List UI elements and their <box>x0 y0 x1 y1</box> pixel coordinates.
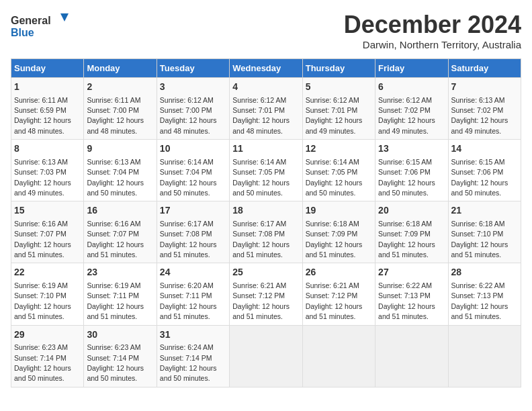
day-number: 25 <box>232 266 299 279</box>
day-number: 7 <box>451 81 518 94</box>
calendar-cell: 8Sunrise: 6:13 AMSunset: 7:03 PMDaylight… <box>11 140 84 201</box>
day-info: Sunrise: 6:16 AMSunset: 7:07 PMDaylight:… <box>14 220 71 259</box>
calendar-cell: 18Sunrise: 6:17 AMSunset: 7:08 PMDayligh… <box>230 201 302 263</box>
calendar-table: Sunday Monday Tuesday Wednesday Thursday… <box>11 58 521 387</box>
day-number: 28 <box>451 266 518 279</box>
calendar-cell: 10Sunrise: 6:14 AMSunset: 7:04 PMDayligh… <box>157 140 229 201</box>
day-info: Sunrise: 6:23 AMSunset: 7:14 PMDaylight:… <box>14 343 71 382</box>
day-number: 22 <box>14 266 81 279</box>
calendar-cell: 3Sunrise: 6:12 AMSunset: 7:00 PMDaylight… <box>157 78 229 140</box>
day-number: 4 <box>232 81 299 94</box>
day-info: Sunrise: 6:14 AMSunset: 7:05 PMDaylight:… <box>232 158 290 197</box>
col-wednesday: Wednesday <box>230 59 302 78</box>
calendar-cell: 23Sunrise: 6:19 AMSunset: 7:11 PMDayligh… <box>84 263 157 325</box>
svg-text:Blue: Blue <box>11 27 34 38</box>
day-info: Sunrise: 6:13 AMSunset: 7:04 PMDaylight:… <box>87 158 144 197</box>
calendar-cell: 29Sunrise: 6:23 AMSunset: 7:14 PMDayligh… <box>11 325 84 387</box>
day-info: Sunrise: 6:11 AMSunset: 7:00 PMDaylight:… <box>87 96 144 135</box>
col-monday: Monday <box>84 59 157 78</box>
svg-marker-2 <box>60 13 69 21</box>
day-info: Sunrise: 6:11 AMSunset: 6:59 PMDaylight:… <box>14 96 71 135</box>
day-number: 29 <box>14 328 81 342</box>
day-info: Sunrise: 6:12 AMSunset: 7:01 PMDaylight:… <box>306 96 363 135</box>
day-number: 26 <box>306 266 372 279</box>
calendar-row: 15Sunrise: 6:16 AMSunset: 7:07 PMDayligh… <box>11 201 521 263</box>
day-info: Sunrise: 6:14 AMSunset: 7:05 PMDaylight:… <box>306 158 363 197</box>
day-info: Sunrise: 6:13 AMSunset: 7:03 PMDaylight:… <box>14 158 71 197</box>
calendar-cell: 22Sunrise: 6:19 AMSunset: 7:10 PMDayligh… <box>11 263 84 325</box>
calendar-cell: 5Sunrise: 6:12 AMSunset: 7:01 PMDaylight… <box>302 78 375 140</box>
calendar-cell: 1Sunrise: 6:11 AMSunset: 6:59 PMDaylight… <box>11 78 84 140</box>
calendar-cell <box>230 325 302 387</box>
day-info: Sunrise: 6:21 AMSunset: 7:12 PMDaylight:… <box>232 281 290 320</box>
day-number: 20 <box>378 204 445 218</box>
day-info: Sunrise: 6:14 AMSunset: 7:04 PMDaylight:… <box>160 158 217 197</box>
calendar-cell: 28Sunrise: 6:22 AMSunset: 7:13 PMDayligh… <box>448 263 521 325</box>
calendar-row: 8Sunrise: 6:13 AMSunset: 7:03 PMDaylight… <box>11 140 521 201</box>
calendar-cell: 27Sunrise: 6:22 AMSunset: 7:13 PMDayligh… <box>375 263 448 325</box>
day-info: Sunrise: 6:23 AMSunset: 7:14 PMDaylight:… <box>87 343 144 382</box>
calendar-cell: 2Sunrise: 6:11 AMSunset: 7:00 PMDaylight… <box>84 78 157 140</box>
header-row: Sunday Monday Tuesday Wednesday Thursday… <box>11 59 521 78</box>
day-number: 27 <box>378 266 445 279</box>
calendar-cell <box>375 325 448 387</box>
calendar-cell: 6Sunrise: 6:12 AMSunset: 7:02 PMDaylight… <box>375 78 448 140</box>
day-info: Sunrise: 6:12 AMSunset: 7:00 PMDaylight:… <box>160 96 217 135</box>
logo-graphic: General Blue <box>11 11 71 41</box>
location-subtitle: Darwin, Northern Territory, Australia <box>344 39 521 50</box>
day-info: Sunrise: 6:18 AMSunset: 7:10 PMDaylight:… <box>451 220 508 259</box>
month-title: December 2024 <box>344 11 521 39</box>
calendar-cell: 15Sunrise: 6:16 AMSunset: 7:07 PMDayligh… <box>11 201 84 263</box>
day-number: 11 <box>232 142 299 156</box>
calendar-cell: 17Sunrise: 6:17 AMSunset: 7:08 PMDayligh… <box>157 201 229 263</box>
calendar-row: 22Sunrise: 6:19 AMSunset: 7:10 PMDayligh… <box>11 263 521 325</box>
day-info: Sunrise: 6:12 AMSunset: 7:02 PMDaylight:… <box>378 96 435 135</box>
day-number: 14 <box>451 142 518 156</box>
calendar-cell: 16Sunrise: 6:16 AMSunset: 7:07 PMDayligh… <box>84 201 157 263</box>
svg-text:General: General <box>11 15 51 26</box>
day-number: 23 <box>87 266 153 279</box>
day-info: Sunrise: 6:17 AMSunset: 7:08 PMDaylight:… <box>160 220 217 259</box>
calendar-cell: 9Sunrise: 6:13 AMSunset: 7:04 PMDaylight… <box>84 140 157 201</box>
calendar-cell: 21Sunrise: 6:18 AMSunset: 7:10 PMDayligh… <box>448 201 521 263</box>
day-info: Sunrise: 6:15 AMSunset: 7:06 PMDaylight:… <box>378 158 435 197</box>
calendar-row: 29Sunrise: 6:23 AMSunset: 7:14 PMDayligh… <box>11 325 521 387</box>
page-header: General Blue December 2024 Darwin, North… <box>11 11 521 50</box>
day-number: 2 <box>87 81 153 94</box>
day-info: Sunrise: 6:17 AMSunset: 7:08 PMDaylight:… <box>232 220 290 259</box>
calendar-cell <box>302 325 375 387</box>
col-friday: Friday <box>375 59 448 78</box>
day-info: Sunrise: 6:22 AMSunset: 7:13 PMDaylight:… <box>451 281 508 320</box>
day-info: Sunrise: 6:20 AMSunset: 7:11 PMDaylight:… <box>160 281 217 320</box>
day-info: Sunrise: 6:16 AMSunset: 7:07 PMDaylight:… <box>87 220 144 259</box>
calendar-cell: 26Sunrise: 6:21 AMSunset: 7:12 PMDayligh… <box>302 263 375 325</box>
logo: General Blue <box>11 11 71 41</box>
day-info: Sunrise: 6:22 AMSunset: 7:13 PMDaylight:… <box>378 281 435 320</box>
calendar-cell: 12Sunrise: 6:14 AMSunset: 7:05 PMDayligh… <box>302 140 375 201</box>
day-info: Sunrise: 6:19 AMSunset: 7:11 PMDaylight:… <box>87 281 144 320</box>
day-number: 5 <box>306 81 372 94</box>
calendar-cell: 20Sunrise: 6:18 AMSunset: 7:09 PMDayligh… <box>375 201 448 263</box>
day-number: 30 <box>87 328 153 342</box>
calendar-cell: 14Sunrise: 6:15 AMSunset: 7:06 PMDayligh… <box>448 140 521 201</box>
day-number: 6 <box>378 81 445 94</box>
day-number: 8 <box>14 142 81 156</box>
day-info: Sunrise: 6:19 AMSunset: 7:10 PMDaylight:… <box>14 281 71 320</box>
day-info: Sunrise: 6:15 AMSunset: 7:06 PMDaylight:… <box>451 158 508 197</box>
calendar-cell: 11Sunrise: 6:14 AMSunset: 7:05 PMDayligh… <box>230 140 302 201</box>
day-info: Sunrise: 6:18 AMSunset: 7:09 PMDaylight:… <box>378 220 435 259</box>
calendar-row: 1Sunrise: 6:11 AMSunset: 6:59 PMDaylight… <box>11 78 521 140</box>
day-number: 19 <box>306 204 372 218</box>
col-thursday: Thursday <box>302 59 375 78</box>
day-number: 10 <box>160 142 226 156</box>
day-number: 24 <box>160 266 226 279</box>
calendar-cell: 7Sunrise: 6:13 AMSunset: 7:02 PMDaylight… <box>448 78 521 140</box>
calendar-cell: 4Sunrise: 6:12 AMSunset: 7:01 PMDaylight… <box>230 78 302 140</box>
col-tuesday: Tuesday <box>157 59 229 78</box>
day-info: Sunrise: 6:13 AMSunset: 7:02 PMDaylight:… <box>451 96 508 135</box>
day-number: 21 <box>451 204 518 218</box>
day-number: 16 <box>87 204 153 218</box>
day-info: Sunrise: 6:18 AMSunset: 7:09 PMDaylight:… <box>306 220 363 259</box>
day-number: 9 <box>87 142 153 156</box>
day-info: Sunrise: 6:24 AMSunset: 7:14 PMDaylight:… <box>160 343 217 382</box>
